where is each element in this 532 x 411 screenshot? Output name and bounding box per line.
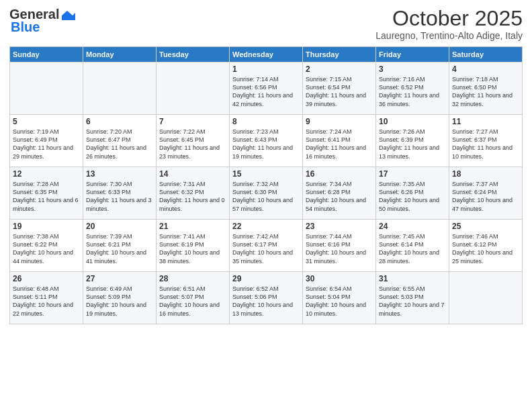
cell-w4-d5: 24Sunrise: 7:45 AM Sunset: 6:14 PM Dayli…	[376, 220, 449, 272]
day-info: Sunrise: 7:35 AM Sunset: 6:26 PM Dayligh…	[379, 180, 446, 213]
day-info: Sunrise: 7:18 AM Sunset: 6:50 PM Dayligh…	[452, 75, 519, 108]
day-number: 14	[159, 169, 226, 179]
day-number: 19	[13, 222, 80, 231]
cell-w3-d1: 13Sunrise: 7:30 AM Sunset: 6:33 PM Dayli…	[83, 167, 157, 220]
day-info: Sunrise: 7:16 AM Sunset: 6:52 PM Dayligh…	[379, 75, 446, 108]
day-info: Sunrise: 6:55 AM Sunset: 5:03 PM Dayligh…	[379, 285, 446, 318]
day-info: Sunrise: 6:54 AM Sunset: 5:04 PM Dayligh…	[306, 285, 373, 318]
calendar-subtitle: Lauregno, Trentino-Alto Adige, Italy	[375, 30, 523, 41]
day-info: Sunrise: 7:15 AM Sunset: 6:54 PM Dayligh…	[306, 75, 373, 108]
day-number: 9	[306, 117, 373, 126]
day-number: 30	[306, 274, 373, 283]
cell-w1-d3: 1Sunrise: 7:14 AM Sunset: 6:56 PM Daylig…	[230, 62, 303, 115]
cell-w1-d1	[83, 62, 157, 115]
cell-w4-d3: 22Sunrise: 7:42 AM Sunset: 6:17 PM Dayli…	[230, 220, 303, 272]
logo: General Blue	[9, 7, 75, 35]
cell-w4-d1: 20Sunrise: 7:39 AM Sunset: 6:21 PM Dayli…	[83, 220, 157, 272]
day-info: Sunrise: 7:41 AM Sunset: 6:19 PM Dayligh…	[159, 232, 226, 265]
header-row: Sunday Monday Tuesday Wednesday Thursday…	[10, 47, 523, 62]
svg-marker-0	[62, 11, 75, 20]
day-info: Sunrise: 6:51 AM Sunset: 5:07 PM Dayligh…	[159, 285, 226, 318]
day-number: 31	[379, 274, 446, 283]
col-monday: Monday	[83, 47, 157, 62]
cell-w4-d6: 25Sunrise: 7:46 AM Sunset: 6:12 PM Dayli…	[449, 220, 523, 272]
day-info: Sunrise: 7:39 AM Sunset: 6:21 PM Dayligh…	[86, 232, 153, 265]
cell-w3-d4: 16Sunrise: 7:34 AM Sunset: 6:28 PM Dayli…	[303, 167, 376, 220]
cell-w1-d4: 2Sunrise: 7:15 AM Sunset: 6:54 PM Daylig…	[303, 62, 376, 115]
cell-w1-d6: 4Sunrise: 7:18 AM Sunset: 6:50 PM Daylig…	[449, 62, 523, 115]
day-info: Sunrise: 7:26 AM Sunset: 6:39 PM Dayligh…	[379, 128, 446, 161]
cell-w3-d6: 18Sunrise: 7:37 AM Sunset: 6:24 PM Dayli…	[449, 167, 523, 220]
cell-w3-d5: 17Sunrise: 7:35 AM Sunset: 6:26 PM Dayli…	[376, 167, 449, 220]
cell-w2-d0: 5Sunrise: 7:19 AM Sunset: 6:49 PM Daylig…	[10, 115, 83, 167]
day-number: 27	[86, 274, 153, 283]
cell-w2-d5: 10Sunrise: 7:26 AM Sunset: 6:39 PM Dayli…	[376, 115, 449, 167]
cell-w5-d1: 27Sunrise: 6:49 AM Sunset: 5:09 PM Dayli…	[83, 272, 157, 324]
day-number: 13	[86, 169, 153, 179]
cell-w1-d2	[157, 62, 230, 115]
week-row-3: 12Sunrise: 7:28 AM Sunset: 6:35 PM Dayli…	[10, 167, 523, 220]
cell-w3-d3: 15Sunrise: 7:32 AM Sunset: 6:30 PM Dayli…	[230, 167, 303, 220]
day-number: 10	[379, 117, 446, 126]
calendar-title: October 2025	[375, 7, 523, 30]
cell-w2-d2: 7Sunrise: 7:22 AM Sunset: 6:45 PM Daylig…	[157, 115, 230, 167]
day-number: 11	[452, 117, 519, 126]
day-info: Sunrise: 7:32 AM Sunset: 6:30 PM Dayligh…	[232, 180, 300, 213]
day-number: 5	[13, 117, 80, 126]
cell-w5-d3: 29Sunrise: 6:52 AM Sunset: 5:06 PM Dayli…	[230, 272, 303, 324]
cell-w3-d0: 12Sunrise: 7:28 AM Sunset: 6:35 PM Dayli…	[10, 167, 83, 220]
col-wednesday: Wednesday	[230, 47, 303, 62]
day-info: Sunrise: 6:49 AM Sunset: 5:09 PM Dayligh…	[86, 285, 153, 318]
day-number: 26	[13, 274, 80, 283]
day-info: Sunrise: 7:34 AM Sunset: 6:28 PM Dayligh…	[306, 180, 373, 213]
cell-w1-d5: 3Sunrise: 7:16 AM Sunset: 6:52 PM Daylig…	[376, 62, 449, 115]
cell-w5-d5: 31Sunrise: 6:55 AM Sunset: 5:03 PM Dayli…	[376, 272, 449, 324]
day-number: 29	[232, 274, 300, 283]
cell-w2-d6: 11Sunrise: 7:27 AM Sunset: 6:37 PM Dayli…	[449, 115, 523, 167]
day-number: 1	[232, 64, 300, 74]
calendar-table: Sunday Monday Tuesday Wednesday Thursday…	[9, 46, 523, 324]
col-saturday: Saturday	[449, 47, 523, 62]
col-thursday: Thursday	[303, 47, 376, 62]
day-info: Sunrise: 7:31 AM Sunset: 6:32 PM Dayligh…	[159, 180, 226, 213]
title-block: October 2025 Lauregno, Trentino-Alto Adi…	[375, 7, 523, 41]
day-info: Sunrise: 7:14 AM Sunset: 6:56 PM Dayligh…	[232, 75, 300, 108]
cell-w5-d4: 30Sunrise: 6:54 AM Sunset: 5:04 PM Dayli…	[303, 272, 376, 324]
day-info: Sunrise: 7:30 AM Sunset: 6:33 PM Dayligh…	[86, 180, 153, 213]
week-row-1: 1Sunrise: 7:14 AM Sunset: 6:56 PM Daylig…	[10, 62, 523, 115]
col-friday: Friday	[376, 47, 449, 62]
cell-w4-d4: 23Sunrise: 7:44 AM Sunset: 6:16 PM Dayli…	[303, 220, 376, 272]
day-info: Sunrise: 7:38 AM Sunset: 6:22 PM Dayligh…	[13, 232, 80, 265]
day-info: Sunrise: 7:19 AM Sunset: 6:49 PM Dayligh…	[13, 128, 80, 161]
cell-w5-d6	[449, 272, 523, 324]
day-number: 12	[13, 169, 80, 179]
day-number: 20	[86, 222, 153, 231]
day-info: Sunrise: 7:24 AM Sunset: 6:41 PM Dayligh…	[306, 128, 373, 161]
cell-w4-d0: 19Sunrise: 7:38 AM Sunset: 6:22 PM Dayli…	[10, 220, 83, 272]
day-number: 21	[159, 222, 226, 231]
day-info: Sunrise: 7:22 AM Sunset: 6:45 PM Dayligh…	[159, 128, 226, 161]
day-number: 28	[159, 274, 226, 283]
page: General Blue October 2025 Lauregno, Tren…	[0, 0, 532, 411]
day-info: Sunrise: 7:27 AM Sunset: 6:37 PM Dayligh…	[452, 128, 519, 161]
day-number: 24	[379, 222, 446, 231]
day-info: Sunrise: 7:45 AM Sunset: 6:14 PM Dayligh…	[379, 232, 446, 265]
day-info: Sunrise: 7:37 AM Sunset: 6:24 PM Dayligh…	[452, 180, 519, 213]
cell-w2-d3: 8Sunrise: 7:23 AM Sunset: 6:43 PM Daylig…	[230, 115, 303, 167]
logo-wave-icon	[62, 11, 75, 20]
day-number: 6	[86, 117, 153, 126]
cell-w2-d1: 6Sunrise: 7:20 AM Sunset: 6:47 PM Daylig…	[83, 115, 157, 167]
day-info: Sunrise: 6:52 AM Sunset: 5:06 PM Dayligh…	[232, 285, 300, 318]
day-info: Sunrise: 7:23 AM Sunset: 6:43 PM Dayligh…	[232, 128, 300, 161]
day-number: 17	[379, 169, 446, 179]
col-tuesday: Tuesday	[157, 47, 230, 62]
day-info: Sunrise: 7:42 AM Sunset: 6:17 PM Dayligh…	[232, 232, 300, 265]
day-info: Sunrise: 7:28 AM Sunset: 6:35 PM Dayligh…	[13, 180, 80, 213]
week-row-4: 19Sunrise: 7:38 AM Sunset: 6:22 PM Dayli…	[10, 220, 523, 272]
day-number: 8	[232, 117, 300, 126]
cell-w5-d2: 28Sunrise: 6:51 AM Sunset: 5:07 PM Dayli…	[157, 272, 230, 324]
day-info: Sunrise: 6:48 AM Sunset: 5:11 PM Dayligh…	[13, 285, 80, 318]
day-number: 18	[452, 169, 519, 179]
day-number: 15	[232, 169, 300, 179]
cell-w2-d4: 9Sunrise: 7:24 AM Sunset: 6:41 PM Daylig…	[303, 115, 376, 167]
